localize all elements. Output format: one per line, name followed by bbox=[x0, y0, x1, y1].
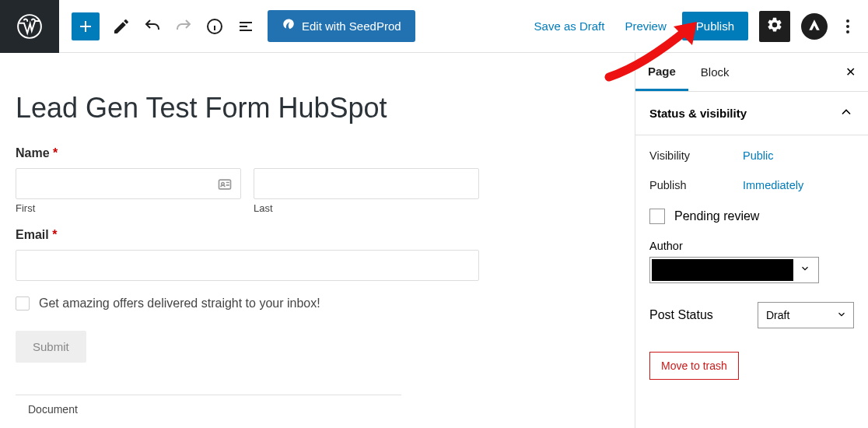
poststatus-row: Post Status Draft bbox=[649, 302, 854, 328]
breadcrumb-footer[interactable]: Document bbox=[16, 395, 401, 423]
edit-modes-button[interactable] bbox=[106, 11, 137, 42]
last-sublabel: Last bbox=[254, 202, 479, 214]
pending-review-label: Pending review bbox=[674, 209, 759, 223]
panel-title: Status & visibility bbox=[649, 107, 747, 120]
publish-row: Publish Immediately bbox=[649, 179, 854, 191]
visibility-value[interactable]: Public bbox=[743, 149, 774, 162]
settings-button[interactable] bbox=[759, 11, 790, 42]
save-draft-button[interactable]: Save as Draft bbox=[530, 13, 610, 39]
chevron-up-icon bbox=[838, 104, 854, 122]
astra-button[interactable] bbox=[801, 13, 828, 40]
publish-label: Publish bbox=[649, 179, 743, 191]
email-label: Email * bbox=[16, 228, 635, 242]
svg-point-3 bbox=[222, 183, 224, 185]
page-title[interactable]: Lead Gen Test Form HubSpot bbox=[16, 92, 635, 125]
move-to-trash-button[interactable]: Move to trash bbox=[649, 352, 739, 380]
wordpress-logo[interactable] bbox=[0, 0, 59, 53]
last-name-input[interactable] bbox=[254, 168, 479, 199]
close-icon: ✕ bbox=[845, 65, 856, 79]
toolbar-left-group: Edit with SeedProd bbox=[59, 10, 415, 42]
main-area: Lead Gen Test Form HubSpot Name * First … bbox=[0, 53, 868, 428]
email-input[interactable] bbox=[16, 250, 479, 281]
undo-button[interactable] bbox=[137, 11, 168, 42]
sidebar-tabs: Page Block ✕ bbox=[635, 53, 868, 92]
pending-review-row[interactable]: Pending review bbox=[649, 209, 854, 224]
chevron-down-icon bbox=[836, 309, 847, 322]
author-redacted bbox=[652, 259, 793, 281]
publish-value[interactable]: Immediately bbox=[743, 179, 803, 191]
author-label: Author bbox=[649, 240, 854, 252]
leaf-icon bbox=[282, 18, 296, 34]
author-select[interactable] bbox=[649, 257, 819, 283]
pending-review-checkbox[interactable] bbox=[649, 209, 665, 224]
more-options-button[interactable] bbox=[838, 12, 857, 41]
chevron-down-icon bbox=[792, 263, 818, 277]
gear-icon bbox=[766, 16, 783, 37]
name-label: Name * bbox=[16, 146, 635, 160]
first-sublabel: First bbox=[16, 202, 241, 214]
editor-canvas[interactable]: Lead Gen Test Form HubSpot Name * First … bbox=[0, 53, 635, 428]
publish-button[interactable]: Publish bbox=[682, 12, 748, 40]
status-visibility-panel-header[interactable]: Status & visibility bbox=[635, 92, 868, 135]
tab-page[interactable]: Page bbox=[635, 54, 688, 91]
seedprod-label: Edit with SeedProd bbox=[302, 19, 401, 33]
first-name-input[interactable] bbox=[16, 168, 241, 199]
offers-checkbox[interactable] bbox=[16, 296, 30, 310]
visibility-row: Visibility Public bbox=[649, 149, 854, 162]
info-button[interactable] bbox=[199, 11, 230, 42]
astra-icon bbox=[807, 18, 821, 35]
submit-button[interactable]: Submit bbox=[16, 331, 86, 363]
seedprod-button[interactable]: Edit with SeedProd bbox=[268, 10, 415, 42]
tab-block[interactable]: Block bbox=[688, 54, 742, 89]
settings-sidebar: Page Block ✕ Status & visibility Visibil… bbox=[635, 53, 868, 428]
visibility-label: Visibility bbox=[649, 149, 743, 162]
top-toolbar: Edit with SeedProd Save as Draft Preview… bbox=[0, 0, 868, 53]
add-block-button[interactable] bbox=[72, 12, 100, 40]
contact-card-icon bbox=[217, 177, 233, 195]
poststatus-value: Draft bbox=[766, 309, 789, 321]
outline-button[interactable] bbox=[230, 11, 261, 42]
status-visibility-panel-body: Visibility Public Publish Immediately Pe… bbox=[635, 135, 868, 394]
toolbar-right-group: Save as Draft Preview Publish bbox=[530, 11, 868, 42]
offers-checkbox-row[interactable]: Get amazing offers delivered straight to… bbox=[16, 296, 635, 310]
offers-label: Get amazing offers delivered straight to… bbox=[39, 296, 320, 310]
last-name-field: Last bbox=[254, 168, 479, 214]
redo-button[interactable] bbox=[168, 11, 199, 42]
preview-button[interactable]: Preview bbox=[620, 13, 670, 39]
poststatus-select[interactable]: Draft bbox=[758, 302, 854, 328]
close-sidebar-button[interactable]: ✕ bbox=[833, 65, 868, 79]
poststatus-label: Post Status bbox=[649, 308, 713, 322]
first-name-field: First bbox=[16, 168, 241, 214]
